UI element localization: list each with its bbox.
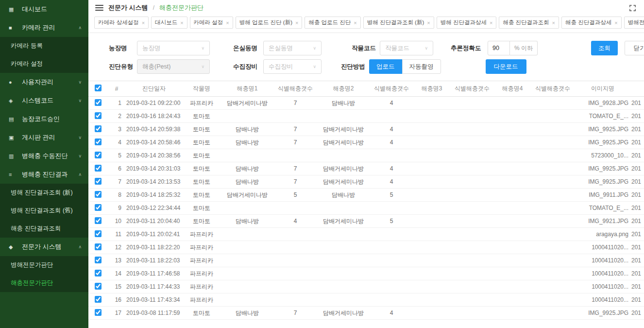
chevron-down-icon: ∨ — [78, 135, 82, 140]
row-checkbox[interactable] — [95, 138, 102, 145]
row-checkbox[interactable] — [95, 296, 102, 303]
cell — [493, 202, 531, 215]
row-checkbox[interactable] — [95, 112, 102, 119]
sidebar-subitem[interactable]: 병해 진단결과조회 (新) — [0, 184, 88, 202]
cell — [531, 97, 574, 110]
cell — [370, 228, 413, 241]
close-button[interactable]: 닫기 — [625, 41, 644, 55]
tab-close-icon[interactable]: × — [427, 20, 430, 26]
row-checkbox[interactable] — [95, 309, 102, 316]
device-select[interactable]: 수집장비 ∨ — [263, 59, 322, 74]
cell — [493, 175, 531, 189]
cell — [413, 136, 451, 149]
sidebar-subitem[interactable]: 해충 진단결과조회 — [0, 220, 88, 238]
diagnosis-type-filter: 진단유형 해충(Pest) ∨ — [109, 59, 210, 74]
row-checkbox[interactable] — [95, 99, 102, 106]
tab-close-icon[interactable]: × — [142, 20, 145, 26]
tab[interactable]: 병해 진단결과조회 (新)× — [363, 17, 434, 29]
system-code-icon: ◈ — [9, 98, 17, 104]
accuracy-input[interactable] — [488, 41, 510, 55]
sidebar-item[interactable]: ◈시스템코드∨ — [0, 91, 88, 110]
table-row: 82019-03-14 18:25:32토마토담배거세미나방5담배나방5IMG_… — [88, 189, 644, 202]
cell — [220, 267, 274, 280]
row-checkbox[interactable] — [95, 152, 102, 158]
tab[interactable]: 병해 업로드 진단 (新)× — [236, 17, 303, 29]
cell — [274, 202, 317, 215]
tab[interactable]: 병해전문가판단× — [624, 17, 644, 29]
row-checkbox[interactable] — [95, 191, 102, 198]
sidebar: ▦대시보드■카메라 관리∧카메라 등록카메라 설정●사용자관리∨◈시스템코드∨▤… — [0, 0, 88, 328]
cell: 7 — [274, 307, 317, 320]
cell — [451, 215, 493, 228]
main-content: 전문가 시스템 / 해충전문가판단 카메라 상세설정×대시보드×카메라 설정×병… — [88, 0, 644, 328]
tab[interactable]: 대시보드× — [151, 17, 187, 29]
row-checkbox[interactable] — [95, 230, 102, 237]
sidebar-item[interactable]: ▦대시보드 — [0, 0, 88, 18]
row-checkbox[interactable] — [95, 217, 102, 224]
row-checkbox[interactable] — [95, 204, 102, 211]
sidebar-subitem[interactable]: 카메라 설정 — [0, 55, 88, 73]
cell: 담배거세미나방 — [220, 97, 274, 110]
tab[interactable]: 해충 진단결과상세× — [561, 17, 622, 29]
sidebar-subitem[interactable]: 해충전문가판단 — [0, 274, 88, 292]
tab[interactable]: 해충 진단결과조회× — [499, 17, 559, 29]
row-checkbox[interactable] — [95, 257, 102, 263]
diagnosis-type-select[interactable]: 해충(Pest) ∨ — [137, 59, 210, 74]
table-row: 92019-03-12 22:34:44토마토TOMATO_E_...201 — [88, 202, 644, 215]
row-checkbox-cell — [88, 110, 108, 123]
sidebar-item[interactable]: ▥병해충 수동진단∨ — [0, 147, 88, 165]
crop-select[interactable]: 작물코드 ∨ — [380, 41, 433, 55]
method-upload-button[interactable]: 업로드 — [369, 59, 402, 74]
sidebar-item[interactable]: ■카메라 관리∧ — [0, 18, 88, 37]
cell: 담배거세미나방 — [317, 175, 370, 189]
row-checkbox[interactable] — [95, 283, 102, 290]
table-row: 162019-03-11 17:43:34파프리카1000411020...20… — [88, 293, 644, 307]
tab-close-icon[interactable]: × — [490, 20, 492, 26]
tab[interactable]: 카메라 설정× — [190, 17, 233, 29]
tab-close-icon[interactable]: × — [180, 20, 183, 26]
sidebar-item[interactable]: ◆전문가 시스템∧ — [0, 238, 88, 256]
select-all-checkbox[interactable] — [95, 85, 102, 91]
cell: 7 — [274, 175, 317, 189]
tab-close-icon[interactable]: × — [354, 20, 356, 26]
search-button[interactable]: 조회 — [591, 41, 618, 55]
method-auto-button[interactable]: 자동촬영 — [402, 59, 441, 74]
sidebar-subitem[interactable]: 카메라 등록 — [0, 37, 88, 55]
tab[interactable]: 카메라 상세설정× — [94, 17, 149, 29]
tab-close-icon[interactable]: × — [552, 20, 555, 26]
sidebar-item[interactable]: ▤농장코드승인 — [0, 110, 88, 128]
tab-close-icon[interactable]: × — [614, 20, 617, 26]
table-row: 132019-03-11 18:22:03파프리카1000411020...20… — [88, 254, 644, 267]
row-checkbox[interactable] — [95, 165, 102, 172]
cell: 파프리카 — [183, 97, 220, 110]
sidebar-subitem[interactable]: 병해 진단결과조회 (舊) — [0, 202, 88, 220]
table-row: 52019-03-14 20:38:56토마토5723000_10...201 — [88, 149, 644, 162]
download-button[interactable]: 다운로드 — [486, 59, 526, 74]
cell: 201 — [631, 267, 644, 280]
sidebar-item[interactable]: ●사용자관리∨ — [0, 73, 88, 91]
breadcrumb-current: 해충전문가판단 — [159, 3, 203, 12]
results-table: #진단일자작물명해충명1식별해충갯수해충명2식별해충갯수해충명3식별해충갯수해충… — [88, 81, 644, 320]
board-icon: ▣ — [9, 135, 17, 141]
fullscreen-icon[interactable] — [629, 4, 636, 12]
sidebar-subitem[interactable]: 병해전문가판단 — [0, 256, 88, 274]
cell — [317, 241, 370, 254]
chevron-down-icon: ∨ — [197, 46, 204, 51]
tab-close-icon[interactable]: × — [295, 20, 298, 26]
row-checkbox[interactable] — [95, 178, 102, 185]
tab-close-icon[interactable]: × — [226, 20, 229, 26]
method-label: 진단방법 — [341, 63, 369, 71]
accuracy-filter: 추론정확도 % 이하 — [451, 41, 538, 55]
row-checkbox[interactable] — [95, 125, 102, 132]
sidebar-item-label: 대시보드 — [22, 5, 47, 14]
greenhouse-select[interactable]: 온실동명 ∨ — [263, 41, 322, 55]
tab[interactable]: 병해 진단결과상세× — [437, 17, 497, 29]
row-checkbox[interactable] — [95, 270, 102, 276]
sidebar-item[interactable]: ▣게시판 관리∨ — [0, 128, 88, 147]
farm-select[interactable]: 농장명 ∨ — [137, 41, 210, 55]
menu-toggle-icon[interactable] — [95, 5, 103, 11]
row-checkbox[interactable] — [95, 243, 102, 250]
sidebar-item[interactable]: ≡병해충 진단결과∧ — [0, 165, 88, 184]
cell — [370, 110, 413, 123]
tab[interactable]: 해충 업로드 진단× — [305, 17, 360, 29]
